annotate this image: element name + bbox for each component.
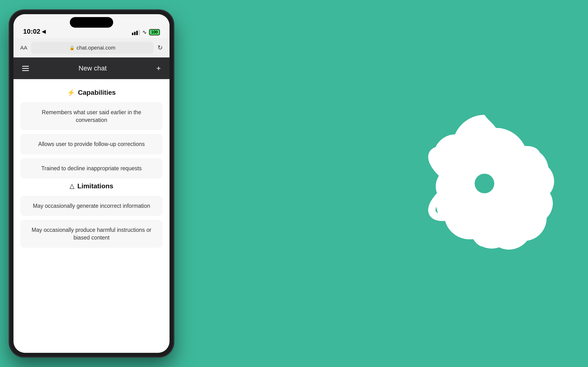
battery-badge: 100 bbox=[149, 29, 160, 35]
browser-url-bar[interactable]: 🔒 chat.openai.com bbox=[31, 42, 154, 54]
hamburger-line-2 bbox=[22, 68, 29, 69]
signal-icon bbox=[132, 29, 140, 35]
nav-bar: New chat + bbox=[13, 58, 170, 79]
limitation-text-2: May occasionally produce harmful instruc… bbox=[32, 227, 151, 241]
status-bar-right: ∿ 100 bbox=[132, 29, 160, 35]
lock-icon: 🔒 bbox=[69, 45, 75, 50]
hamburger-menu-button[interactable] bbox=[22, 66, 29, 71]
nav-title: New chat bbox=[78, 65, 107, 72]
wifi-icon: ∿ bbox=[142, 29, 147, 35]
status-bar: 10:02 ◀ ∿ 100 bbox=[13, 14, 170, 38]
openai-logo-detailed bbox=[403, 102, 566, 265]
limitation-text-1: May occasionally generate incorrect info… bbox=[33, 203, 150, 209]
svg-point-7 bbox=[475, 174, 494, 193]
openai-logo-container bbox=[400, 99, 569, 268]
browser-bar[interactable]: AA 🔒 chat.openai.com ↻ bbox=[13, 38, 170, 58]
status-time: 10:02 bbox=[23, 28, 40, 35]
capability-text-2: Allows user to provide follow-up correct… bbox=[38, 141, 145, 147]
location-arrow-icon: ◀ bbox=[42, 29, 45, 34]
limitations-header: △ Limitations bbox=[20, 182, 163, 190]
phone-screen: 10:02 ◀ ∿ 100 AA bbox=[13, 14, 170, 353]
capability-card-3: Trained to decline inappropriate request… bbox=[20, 158, 163, 178]
limitation-card-1: May occasionally generate incorrect info… bbox=[20, 196, 163, 216]
limitations-title: Limitations bbox=[77, 182, 113, 190]
phone-wrapper: 10:02 ◀ ∿ 100 AA bbox=[0, 0, 183, 367]
signal-bar-2 bbox=[134, 32, 136, 35]
lightning-icon: ⚡ bbox=[67, 89, 75, 96]
status-bar-left: 10:02 ◀ bbox=[23, 28, 45, 35]
refresh-button[interactable]: ↻ bbox=[157, 44, 163, 51]
browser-aa-button[interactable]: AA bbox=[20, 45, 27, 51]
limitations-section: △ Limitations May occasionally generate … bbox=[20, 182, 163, 248]
content-area: ⚡ Capabilities Remembers what user said … bbox=[13, 79, 170, 259]
capability-card-1: Remembers what user said earlier in the … bbox=[20, 102, 163, 130]
warning-triangle-icon: △ bbox=[69, 182, 74, 190]
phone-device: 10:02 ◀ ∿ 100 AA bbox=[10, 10, 173, 357]
hamburger-line-1 bbox=[22, 66, 29, 67]
limitation-card-2: May occasionally produce harmful instruc… bbox=[20, 220, 163, 248]
capability-text-3: Trained to decline inappropriate request… bbox=[41, 165, 142, 171]
url-text: chat.openai.com bbox=[77, 45, 115, 51]
signal-bar-1 bbox=[132, 33, 133, 35]
dynamic-island bbox=[70, 17, 113, 28]
hamburger-line-3 bbox=[22, 70, 29, 71]
capability-text-1: Remembers what user said earlier in the … bbox=[42, 109, 141, 123]
capability-card-2: Allows user to provide follow-up correct… bbox=[20, 134, 163, 154]
capabilities-header: ⚡ Capabilities bbox=[20, 89, 163, 96]
capabilities-title: Capabilities bbox=[78, 89, 116, 96]
signal-bar-4 bbox=[138, 30, 140, 35]
new-chat-button[interactable]: + bbox=[156, 64, 161, 73]
signal-bar-3 bbox=[136, 31, 138, 35]
